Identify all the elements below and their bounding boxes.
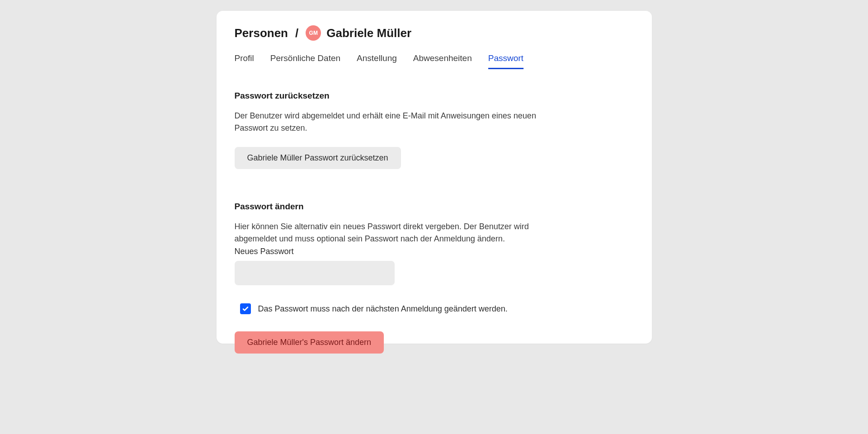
avatar-initials: GM xyxy=(309,30,318,36)
reset-password-description: Der Benutzer wird abgemeldet und erhält … xyxy=(235,110,560,134)
change-password-title: Passwort ändern xyxy=(235,202,634,212)
tab-profil[interactable]: Profil xyxy=(235,53,254,69)
force-change-checkbox-row: Das Passwort muss nach der nächsten Anme… xyxy=(240,303,634,314)
breadcrumb-separator: / xyxy=(295,26,298,40)
force-change-checkbox[interactable] xyxy=(240,303,251,314)
breadcrumb-root-link[interactable]: Personen xyxy=(235,26,288,40)
tabs: Profil Persönliche Daten Anstellung Abwe… xyxy=(235,53,634,69)
checkmark-icon xyxy=(242,305,249,312)
change-password-section: Passwort ändern Hier können Sie alternat… xyxy=(235,202,634,354)
tab-persoenliche-daten[interactable]: Persönliche Daten xyxy=(270,53,340,69)
breadcrumb-current: GM Gabriele Müller xyxy=(306,25,411,41)
reset-password-title: Passwort zurücksetzen xyxy=(235,91,634,101)
new-password-label: Neues Passwort xyxy=(235,247,634,256)
reset-password-button[interactable]: Gabriele Müller Passwort zurücksetzen xyxy=(235,147,401,169)
breadcrumb: Personen / GM Gabriele Müller xyxy=(235,25,634,41)
reset-password-section: Passwort zurücksetzen Der Benutzer wird … xyxy=(235,91,634,169)
new-password-input[interactable] xyxy=(235,261,395,285)
change-password-button[interactable]: Gabriele Müller's Passwort ändern xyxy=(235,331,384,354)
tab-passwort[interactable]: Passwort xyxy=(488,53,524,69)
tab-anstellung[interactable]: Anstellung xyxy=(357,53,397,69)
breadcrumb-person-name: Gabriele Müller xyxy=(326,26,411,40)
tab-abwesenheiten[interactable]: Abwesenheiten xyxy=(413,53,472,69)
password-settings-card: Personen / GM Gabriele Müller Profil Per… xyxy=(217,11,652,344)
change-password-description: Hier können Sie alternativ ein neues Pas… xyxy=(235,221,560,245)
force-change-checkbox-label: Das Passwort muss nach der nächsten Anme… xyxy=(258,304,508,314)
avatar: GM xyxy=(306,25,321,41)
